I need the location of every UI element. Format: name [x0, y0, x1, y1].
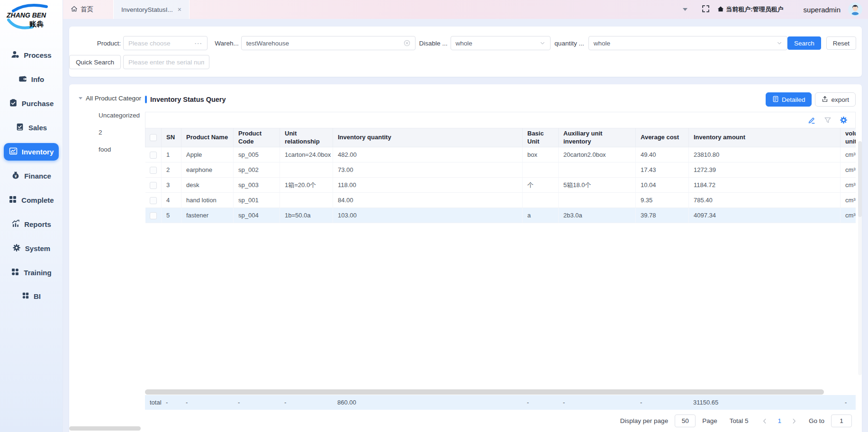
serial-field[interactable] [123, 55, 209, 69]
page-size-input[interactable] [675, 414, 696, 427]
col-header-product-name[interactable]: Product Name [181, 128, 234, 147]
col-header-auxiliary-unit-inventory[interactable]: Auxiliary unit inventory [559, 128, 636, 147]
sidebar-item-sales[interactable]: Sales [10, 119, 52, 136]
col-header-volume-unit[interactable]: volume unit [841, 128, 856, 147]
tree-item-2[interactable]: 2 [69, 129, 145, 136]
avatar[interactable] [848, 2, 862, 17]
cell-volume-unit: cm³ [841, 147, 856, 162]
product-input[interactable] [128, 40, 192, 47]
settings-gear-icon[interactable] [840, 116, 848, 124]
total-auxiliary-unit: - [558, 395, 635, 410]
reset-button[interactable]: Reset [826, 36, 856, 50]
cell-inventory-amount: 785.40 [689, 193, 841, 208]
clear-icon[interactable] [404, 40, 410, 46]
col-header-inventory-amount[interactable]: Inventory amount [689, 128, 841, 147]
quantity-select-value: whole [594, 40, 774, 47]
warehouse-field[interactable] [241, 36, 416, 50]
total-product-name: - [181, 395, 233, 410]
sidebar-item-process[interactable]: Process [6, 46, 56, 64]
wallet-icon [18, 74, 27, 84]
cell-product-name: desk [181, 178, 234, 193]
table-row[interactable]: 2 earphone sp_002 73.00 17.43 1272.39 [145, 162, 856, 178]
scrollbar-thumb[interactable] [145, 389, 824, 395]
col-header-inventory-quantity[interactable]: Inventory quantity [333, 128, 523, 147]
tree-item-uncategorized[interactable]: Uncategorized [69, 112, 145, 119]
filter-row-1: Product: ··· Wareh... Disable ... whole … [75, 36, 856, 50]
grid-icon [22, 292, 29, 301]
col-header-average-cost[interactable]: Average cost [636, 128, 689, 147]
sidebar-item-inventory[interactable]: Inventory [4, 143, 59, 161]
quick-search-button[interactable]: Quick Search [69, 55, 121, 69]
cell-auxiliary-unit: 5箱18.0个 [559, 178, 636, 193]
row-checkbox[interactable] [150, 182, 157, 189]
sidebar-item-system[interactable]: System [7, 240, 55, 257]
row-checkbox[interactable] [150, 152, 157, 159]
table-horizontal-scrollbar[interactable] [145, 389, 856, 395]
filter-funnel-icon[interactable] [824, 117, 832, 124]
warehouse-input[interactable] [246, 40, 401, 47]
current-page-button[interactable]: 1 [775, 417, 784, 424]
sidebar-item-info[interactable]: Info [13, 71, 50, 88]
sidebar-item-finance[interactable]: ¥ Finance [6, 167, 56, 185]
row-select-cell [145, 178, 162, 193]
sidebar-item-reports[interactable]: Reports [6, 216, 56, 233]
title-accent-bar [145, 96, 147, 103]
cell-sn: 2 [162, 162, 181, 178]
cell-auxiliary-unit: 20carton2.0box [559, 147, 636, 162]
col-header-basic-unit[interactable]: Basic Unit [523, 128, 559, 147]
table-toolbar [145, 112, 856, 128]
svg-text:¥: ¥ [15, 174, 17, 179]
cell-average-cost: 9.35 [636, 193, 689, 208]
product-picker[interactable]: ··· [123, 36, 208, 50]
home-nav[interactable]: 首页 [71, 5, 93, 14]
home-label: 首页 [81, 5, 93, 14]
table-row[interactable]: 3 desk sp_003 1箱=20.0个 118.00 个 5箱18.0个 … [145, 178, 856, 193]
table-row[interactable]: 4 hand lotion sp_001 84.00 9.35 785.40 [145, 193, 856, 208]
detailed-button[interactable]: Detailed [766, 92, 812, 107]
tree-root-all-categories[interactable]: All Product Categor [69, 95, 145, 102]
username-label[interactable]: superadmin [804, 6, 841, 14]
table-row-selected[interactable]: 5 fastener sp_004 1b=50.0a 103.00 a 2b3.… [145, 208, 856, 223]
prev-page-icon[interactable] [761, 418, 768, 424]
table-row[interactable]: 1 Apple sp_005 1carton=24.0box 482.00 bo… [145, 147, 856, 162]
close-icon[interactable]: × [178, 6, 181, 13]
fullscreen-icon[interactable] [702, 5, 710, 14]
goto-page-input[interactable] [831, 414, 852, 427]
caret-down-icon[interactable] [79, 97, 82, 99]
sidebar-item-label: Finance [24, 172, 51, 180]
product-label: Product: [97, 40, 121, 47]
quantity-select[interactable]: whole [588, 36, 787, 50]
tab-inventory-status[interactable]: InventoryStatusI... × [113, 0, 190, 19]
scrollbar-thumb[interactable] [858, 141, 862, 217]
serial-input[interactable] [128, 59, 204, 66]
select-all-checkbox[interactable] [150, 134, 157, 141]
cell-auxiliary-unit [559, 193, 636, 208]
export-button[interactable]: export [815, 92, 856, 107]
col-header-unit-relationship[interactable]: Unit relationship [280, 128, 333, 147]
tree-item-food[interactable]: food [69, 146, 145, 153]
table-vertical-scrollbar[interactable] [858, 141, 862, 375]
table-container: SN Product Name Product Code Unit relati… [145, 128, 856, 223]
next-page-icon[interactable] [791, 418, 797, 424]
col-header-product-code[interactable]: Product Code [234, 128, 280, 147]
table-header-row: SN Product Name Product Code Unit relati… [145, 128, 856, 147]
ellipsis-icon[interactable]: ··· [195, 40, 203, 47]
row-checkbox[interactable] [150, 167, 157, 174]
home-filled-icon [717, 6, 724, 14]
edit-pencil-icon[interactable] [808, 116, 816, 124]
disable-select[interactable]: whole [451, 36, 551, 50]
search-button[interactable]: Search [787, 36, 821, 50]
row-checkbox[interactable] [150, 197, 157, 204]
sidebar-item-bi[interactable]: BI [17, 288, 46, 305]
export-label: export [831, 96, 849, 103]
row-checkbox[interactable] [150, 212, 157, 219]
col-header-sn[interactable]: SN [162, 128, 181, 147]
sidebar-item-complete[interactable]: Complete [3, 191, 59, 209]
chevron-down-icon[interactable] [683, 8, 687, 11]
clipboard-icon [9, 99, 18, 108]
sidebar-item-purchase[interactable]: Purchase [4, 95, 59, 112]
tenant-info[interactable]: 当前租户:管理员租户 [717, 5, 783, 14]
tenant-label: 当前租户:管理员租户 [726, 5, 783, 14]
tree-horizontal-scrollbar[interactable] [69, 426, 141, 431]
sidebar-item-training[interactable]: Training [6, 264, 56, 281]
